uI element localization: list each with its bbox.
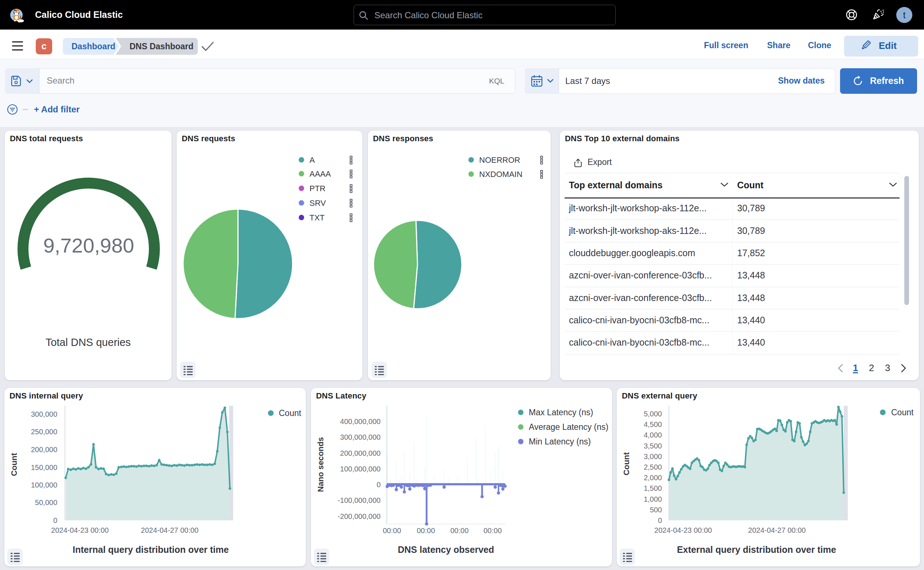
svg-text:External query distribution ov: External query distribution over time (677, 544, 836, 555)
svg-text:2,000: 2,000 (644, 473, 662, 482)
svg-text:Count: Count (891, 408, 914, 417)
svg-text:500: 500 (650, 506, 662, 514)
svg-text:0: 0 (658, 516, 662, 524)
svg-text:1,000: 1,000 (644, 495, 662, 503)
svg-text:Count: Count (622, 452, 631, 475)
svg-text:3,000: 3,000 (644, 452, 662, 461)
svg-text:4,000: 4,000 (644, 431, 662, 439)
svg-text:4,500: 4,500 (644, 420, 662, 428)
svg-text:2,500: 2,500 (644, 463, 662, 471)
svg-text:2024-04-23 00:00: 2024-04-23 00:00 (654, 526, 712, 534)
svg-text:2024-04-27 00:00: 2024-04-27 00:00 (748, 526, 806, 534)
svg-text:5,000: 5,000 (644, 410, 662, 418)
svg-text:3,500: 3,500 (644, 442, 662, 450)
svg-text:1,500: 1,500 (644, 484, 662, 492)
